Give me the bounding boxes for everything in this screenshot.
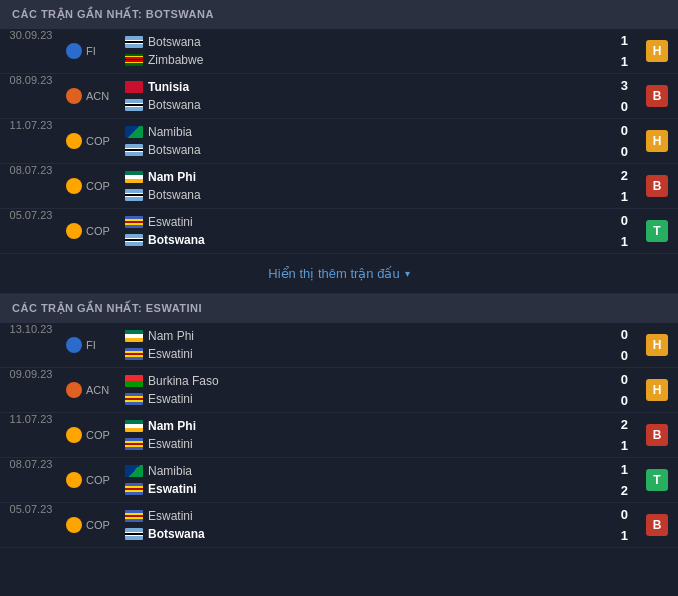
flag-namphi — [125, 420, 143, 432]
match-league: COP — [62, 503, 117, 547]
team-row: Eswatini — [125, 480, 613, 498]
scores-block: 12 — [621, 458, 636, 502]
section-eswatini: CÁC TRẬN GẦN NHẤT: ESWATINI13.10.23FINam… — [0, 294, 678, 548]
chevron-down-icon: ▾ — [405, 268, 410, 279]
score: 1 — [621, 462, 628, 477]
match-row[interactable]: 30.09.23FIBotswanaZimbabwe11H — [0, 29, 678, 74]
scores-block: 30 — [621, 74, 636, 118]
match-row[interactable]: 11.07.23COPNam PhiEswatini21B — [0, 413, 678, 458]
league-icon — [66, 223, 82, 239]
team-row: Botswana — [125, 231, 613, 249]
app: CÁC TRẬN GẦN NHẤT: BOTSWANA30.09.23FIBot… — [0, 0, 678, 548]
flag-namibia — [125, 465, 143, 477]
league-icon — [66, 43, 82, 59]
team-name: Botswana — [148, 188, 613, 202]
match-row[interactable]: 08.07.23COPNam PhiBotswana21B — [0, 164, 678, 209]
team-name: Nam Phi — [148, 329, 613, 343]
team-name: Namibia — [148, 125, 613, 139]
teams-block: NamibiaBotswana — [117, 119, 621, 163]
team-name: Botswana — [148, 98, 613, 112]
league-label: ACN — [86, 384, 109, 396]
match-row[interactable]: 09.09.23ACNBurkina FasoEswatini00H — [0, 368, 678, 413]
league-label: FI — [86, 45, 96, 57]
team-name: Botswana — [148, 35, 613, 49]
teams-block: Nam PhiEswatini — [117, 323, 621, 367]
score: 0 — [621, 123, 628, 138]
team-name: Eswatini — [148, 215, 613, 229]
score: 0 — [621, 327, 628, 342]
score: 2 — [621, 483, 628, 498]
result-badge: B — [646, 175, 668, 197]
teams-block: Burkina FasoEswatini — [117, 368, 621, 412]
scores-block: 00 — [621, 368, 636, 412]
teams-block: EswatiniBotswana — [117, 209, 621, 253]
result-badge: B — [646, 85, 668, 107]
score: 1 — [621, 33, 628, 48]
section-header-botswana: CÁC TRẬN GẦN NHẤT: BOTSWANA — [0, 0, 678, 29]
team-row: Botswana — [125, 525, 613, 543]
match-league: COP — [62, 209, 117, 253]
teams-block: TunisiaBotswana — [117, 74, 621, 118]
league-icon — [66, 133, 82, 149]
team-row: Namibia — [125, 462, 613, 480]
score: 1 — [621, 438, 628, 453]
teams-block: EswatiniBotswana — [117, 503, 621, 547]
team-row: Nam Phi — [125, 327, 613, 345]
team-name: Botswana — [148, 233, 613, 247]
team-name: Eswatini — [148, 509, 613, 523]
score: 2 — [621, 168, 628, 183]
match-row[interactable]: 08.09.23ACNTunisiaBotswana30B — [0, 74, 678, 119]
match-row[interactable]: 05.07.23COPEswatiniBotswana01B — [0, 503, 678, 548]
score: 0 — [621, 507, 628, 522]
match-league: FI — [62, 323, 117, 367]
team-name: Burkina Faso — [148, 374, 613, 388]
flag-namphi — [125, 171, 143, 183]
team-name: Eswatini — [148, 482, 613, 496]
score: 0 — [621, 144, 628, 159]
team-row: Botswana — [125, 96, 613, 114]
team-name: Nam Phi — [148, 419, 613, 433]
league-icon — [66, 517, 82, 533]
match-date: 30.09.23 — [0, 29, 62, 73]
team-row: Nam Phi — [125, 417, 613, 435]
score: 1 — [621, 54, 628, 69]
match-row[interactable]: 13.10.23FINam PhiEswatini00H — [0, 323, 678, 368]
team-name: Eswatini — [148, 392, 613, 406]
section-botswana: CÁC TRẬN GẦN NHẤT: BOTSWANA30.09.23FIBot… — [0, 0, 678, 294]
score: 1 — [621, 234, 628, 249]
match-row[interactable]: 05.07.23COPEswatiniBotswana01T — [0, 209, 678, 254]
match-league: COP — [62, 119, 117, 163]
teams-block: BotswanaZimbabwe — [117, 29, 621, 73]
scores-block: 01 — [621, 503, 636, 547]
flag-botswana — [125, 36, 143, 48]
scores-block: 21 — [621, 164, 636, 208]
match-league: ACN — [62, 74, 117, 118]
match-row[interactable]: 11.07.23COPNamibiaBotswana00H — [0, 119, 678, 164]
flag-botswana — [125, 189, 143, 201]
score: 3 — [621, 78, 628, 93]
scores-block: 01 — [621, 209, 636, 253]
team-name: Botswana — [148, 143, 613, 157]
score: 1 — [621, 189, 628, 204]
team-row: Eswatini — [125, 435, 613, 453]
result-badge: H — [646, 334, 668, 356]
league-label: COP — [86, 135, 110, 147]
match-date: 09.09.23 — [0, 368, 62, 412]
match-league: ACN — [62, 368, 117, 412]
league-icon — [66, 337, 82, 353]
flag-zimbabwe — [125, 54, 143, 66]
flag-botswana — [125, 99, 143, 111]
scores-block: 11 — [621, 29, 636, 73]
flag-botswana — [125, 528, 143, 540]
match-league: COP — [62, 164, 117, 208]
team-row: Namibia — [125, 123, 613, 141]
match-league: COP — [62, 413, 117, 457]
flag-botswana — [125, 234, 143, 246]
flag-burkinafaso — [125, 375, 143, 387]
section-header-eswatini: CÁC TRẬN GẦN NHẤT: ESWATINI — [0, 294, 678, 323]
match-date: 08.09.23 — [0, 74, 62, 118]
flag-eswatini — [125, 393, 143, 405]
flag-namphi — [125, 330, 143, 342]
show-more-button[interactable]: Hiển thị thêm trận đấu▾ — [0, 254, 678, 294]
match-row[interactable]: 08.07.23COPNamibiaEswatini12T — [0, 458, 678, 503]
